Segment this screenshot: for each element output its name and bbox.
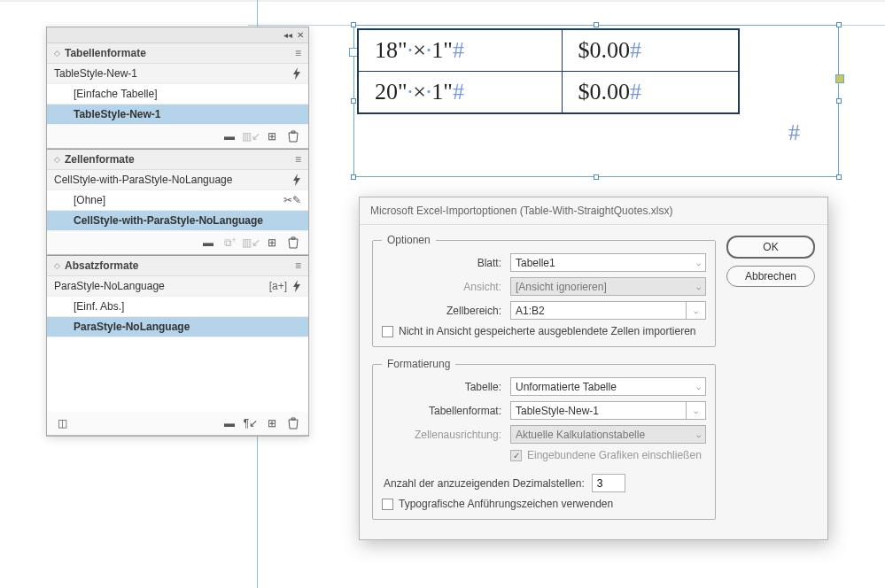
view-label: Ansicht:	[382, 281, 501, 293]
folder-icon[interactable]: ▬	[221, 416, 237, 430]
style-item-tablestyle-new-1[interactable]: TableStyle-New-1	[47, 104, 308, 125]
applied-style-row[interactable]: TableStyle-New-1	[47, 64, 308, 84]
panel-menu-icon[interactable]: ≡	[295, 47, 301, 59]
folder-icon[interactable]: ▬	[200, 236, 216, 250]
table-cell: 18"·×·1"#	[358, 29, 562, 72]
collapse-icon[interactable]: ◂◂	[283, 31, 292, 40]
trash-icon[interactable]	[285, 416, 301, 430]
formatting-group: Formatierung Tabelle: Unformatierte Tabe…	[372, 358, 716, 520]
chevron-down-icon: ⌵	[696, 430, 701, 439]
clear-override-icon: ▥↙	[243, 236, 259, 250]
trash-icon[interactable]	[285, 129, 301, 143]
applied-style-row[interactable]: CellStyle-with-ParaStyle-NoLanguage	[47, 170, 308, 190]
layout-table[interactable]: 18"·×·1"# $0.00# 20"·×·1"# $0.00#	[357, 28, 740, 114]
table-cell: 20"·×·1"#	[358, 72, 562, 114]
panel-menu-icon[interactable]: ≡	[295, 153, 301, 166]
decimals-input[interactable]	[592, 474, 625, 492]
sheet-label: Blatt:	[382, 257, 501, 269]
para-formats-tab[interactable]: ◇ Absatzformate ≡	[47, 256, 308, 276]
trash-icon[interactable]	[285, 236, 301, 250]
cancel-button[interactable]: Abbrechen	[726, 266, 815, 287]
chevron-down-icon: ⌵	[696, 259, 701, 267]
hidden-cells-label: Nicht in Ansicht gespeicherte ausgeblend…	[399, 325, 696, 337]
clear-override-icon: ▥↙	[243, 129, 259, 143]
lightning-icon[interactable]	[292, 280, 301, 292]
group-legend: Optionen	[382, 234, 436, 246]
style-item-basic-paragraph[interactable]: [Einf. Abs.]	[47, 297, 308, 317]
table-style-combo[interactable]: TableStyle-New-1⌵	[510, 401, 706, 420]
applied-style-name: ParaStyle-NoLanguage	[54, 280, 269, 292]
cell-align-label: Zellenausrichtung:	[382, 429, 501, 441]
embed-graphics-label: Eingebundene Grafiken einschließen	[527, 449, 702, 461]
options-group: Optionen Blatt: Tabelle1⌵ Ansicht: [Ansi…	[372, 234, 716, 347]
style-item-basic-table[interactable]: [Einfache Tabelle]	[47, 84, 308, 104]
applied-style-row[interactable]: ParaStyle-NoLanguage [a+]	[47, 276, 308, 297]
chevron-down-icon: ⌵	[694, 406, 698, 415]
table-style-label: Tabellenformat:	[382, 405, 501, 417]
cell-range-label: Zellbereich:	[382, 305, 501, 317]
chevron-icon: ◇	[54, 155, 60, 164]
group-legend: Formatierung	[382, 358, 455, 370]
lightning-icon[interactable]	[292, 174, 301, 186]
chevron-down-icon: ⌵	[696, 383, 701, 391]
table-cell: $0.00#	[562, 29, 739, 72]
clear-override-icon[interactable]: ¶↙	[243, 416, 259, 430]
ok-button[interactable]: OK	[726, 236, 815, 259]
chevron-icon: ◇	[54, 261, 60, 270]
panel-menu-icon[interactable]: ≡	[295, 259, 301, 272]
panel-chrome[interactable]: ◂◂ ✕	[47, 27, 308, 43]
table-type-dropdown[interactable]: Unformatierte Tabelle⌵	[510, 377, 706, 396]
sheet-dropdown[interactable]: Tabelle1⌵	[510, 253, 706, 272]
new-style-icon[interactable]: ⊞	[264, 129, 280, 143]
applied-style-name: TableStyle-New-1	[54, 67, 292, 80]
view-dropdown: [Ansicht ignorieren]⌵	[510, 277, 706, 296]
new-style-icon[interactable]: ⊞	[264, 416, 280, 430]
table-type-label: Tabelle:	[382, 381, 501, 393]
end-of-story-marker: #	[788, 120, 800, 146]
excel-import-dialog: Microsoft Excel-Importoptionen (Table-Wi…	[359, 197, 828, 540]
style-item-cellstyle-nolanguage[interactable]: CellStyle-with-ParaStyle-NoLanguage	[47, 211, 308, 231]
new-style-icon[interactable]: ⊞	[264, 236, 280, 250]
typo-quotes-label: Typografische Anführungszeichen verwende…	[399, 498, 613, 510]
applied-style-name: CellStyle-with-ParaStyle-NoLanguage	[54, 174, 292, 186]
typo-quotes-checkbox[interactable]	[382, 499, 393, 510]
tools-icon: ✂✎	[283, 194, 301, 206]
dialog-title: Microsoft Excel-Importoptionen (Table-Wi…	[360, 197, 827, 225]
cell-formats-tab[interactable]: ◇ Zellenformate ≡	[47, 150, 308, 170]
folder-icon[interactable]: ▬	[221, 129, 237, 143]
lightning-icon[interactable]	[292, 67, 301, 80]
hidden-cells-checkbox[interactable]	[382, 326, 393, 337]
styles-panels: ◂◂ ✕ ◇ Tabellenformate ≡ TableStyle-New-…	[46, 27, 309, 437]
cell-range-combo[interactable]: A1:B2⌵	[510, 301, 706, 320]
style-item-none[interactable]: [Ohne] ✂✎	[47, 190, 308, 211]
mapping-indicator: [a+]	[269, 280, 287, 292]
chevron-down-icon: ⌵	[694, 306, 698, 315]
embed-graphics-checkbox	[510, 450, 522, 461]
table-cell: $0.00#	[562, 72, 739, 114]
decimals-label: Anzahl der anzuzeigenden Dezimalstellen:	[384, 477, 585, 490]
panel-title: Absatzformate	[65, 259, 295, 272]
chevron-down-icon: ⌵	[696, 282, 701, 291]
chevron-icon: ◇	[54, 49, 60, 58]
close-icon[interactable]: ✕	[296, 31, 305, 40]
panel-title: Zellenformate	[65, 153, 295, 166]
break-link-icon: ⧉⁺	[221, 236, 237, 250]
table-formats-tab[interactable]: ◇ Tabellenformate ≡	[47, 43, 308, 64]
cell-align-dropdown: Aktuelle Kalkulationstabelle⌵	[510, 425, 706, 444]
style-item-parastyle-nolanguage[interactable]: ParaStyle-NoLanguage	[47, 317, 308, 337]
cc-libs-icon[interactable]: ◫	[54, 416, 70, 430]
panel-title: Tabellenformate	[65, 47, 295, 59]
